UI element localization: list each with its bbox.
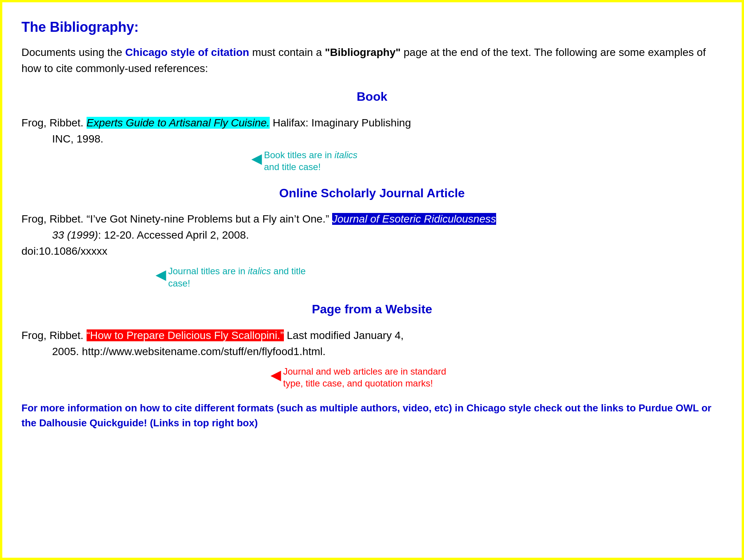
journal-citation: Frog, Ribbet. “I’ve Got Ninety-nine Prob… (21, 211, 723, 259)
book-annotation-row: ◀ Book titles are in italicsand title ca… (251, 149, 723, 173)
book-author: Frog, Ribbet. (21, 117, 87, 129)
website-arrow-icon: ◀ (270, 365, 281, 385)
website-rest: Last modified January 4, (284, 329, 404, 341)
intro-paragraph: Documents using the Chicago style of cit… (21, 44, 723, 77)
intro-before: Documents using the (21, 46, 125, 58)
journal-doi: doi:10.1086/xxxxx (21, 243, 723, 259)
book-citation: Frog, Ribbet. Experts Guide to Artisanal… (21, 115, 723, 147)
intro-middle: must contain a (249, 46, 325, 58)
journal-author: Frog, Ribbet. “I’ve Got Ninety-nine Prob… (21, 213, 332, 225)
journal-annotation-row: ◀ Journal titles are in italics and titl… (156, 265, 723, 289)
journal-title-highlighted: Journal of Esoteric Ridiculousness (332, 213, 496, 225)
footer-text: For more information on how to cite diff… (21, 401, 723, 431)
website-author: Frog, Ribbet. (21, 329, 87, 341)
section-heading-book: Book (21, 88, 723, 105)
website-indent: 2005. http://www.websitename.com/stuff/e… (52, 344, 723, 360)
section-heading-journal: Online Scholarly Journal Article (21, 185, 723, 202)
website-annotation-text: Journal and web articles are in standard… (283, 365, 446, 389)
page-container: The Bibliography: Documents using the Ch… (0, 0, 744, 560)
book-annotation-text: Book titles are in italicsand title case… (264, 149, 357, 173)
book-rest: Halifax: Imaginary Publishing (270, 117, 411, 129)
book-indent: INC, 1998. (52, 131, 723, 147)
book-arrow-icon: ◀ (251, 149, 262, 168)
website-annotation-row: ◀ Journal and web articles are in standa… (270, 365, 723, 389)
book-title-highlighted: Experts Guide to Artisanal Fly Cuisine. (87, 117, 270, 129)
website-title-highlighted: “How to Prepare Delicious Fly Scallopini… (87, 329, 284, 341)
journal-arrow-icon: ◀ (156, 265, 166, 284)
section-heading-website: Page from a Website (21, 301, 723, 318)
journal-indent: 33 (1999): 12-20. Accessed April 2, 2008… (52, 227, 723, 243)
bibliography-bold: "Bibliography" (325, 46, 401, 58)
journal-annotation-text: Journal titles are in italics and titlec… (168, 265, 306, 289)
chicago-style-link[interactable]: Chicago style of citation (125, 46, 249, 58)
main-title: The Bibliography: (21, 18, 723, 37)
website-citation: Frog, Ribbet. “How to Prepare Delicious … (21, 327, 723, 360)
